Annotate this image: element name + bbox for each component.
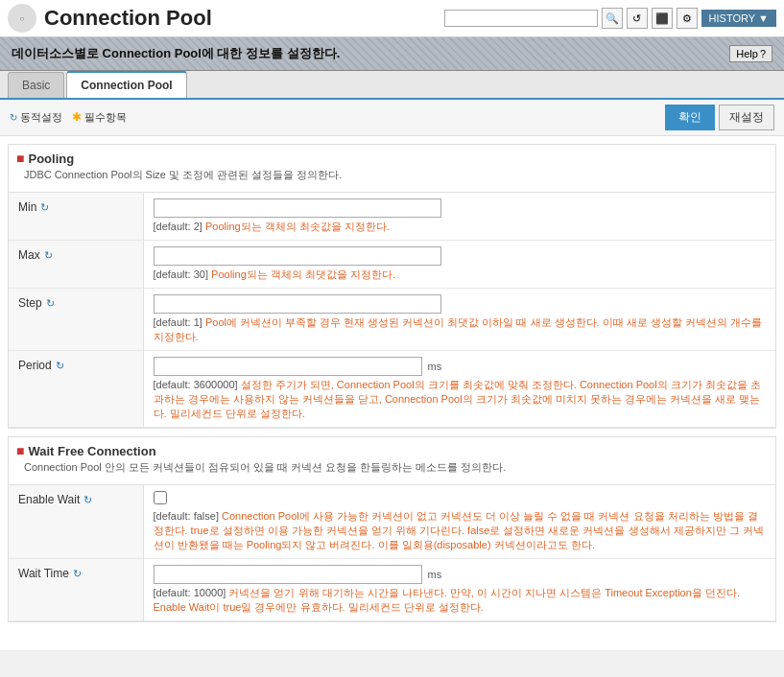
pooling-section-title: ■ Pooling: [16, 151, 768, 166]
wait-section-title: ■ Wait Free Connection: [16, 443, 768, 458]
wait-time-reload-icon[interactable]: ↻: [73, 568, 82, 580]
pooling-section-header: ■ Pooling JDBC Connection Pool의 Size 및 조…: [9, 145, 775, 193]
description-bar: 데이터소스별로 Connection Pool에 대한 정보를 설정한다. He…: [0, 37, 784, 71]
toolbar: ↻ 동적설정 ✱ 필수항목 확인 재설정: [0, 100, 784, 136]
step-label: Step ↻: [18, 296, 133, 310]
table-row: Wait Time ↻ ms [default: 10000] 커넥션을 얻기 …: [9, 559, 775, 621]
tab-connection-pool[interactable]: Connection Pool: [66, 71, 186, 98]
dynamic-setting: ↻ 동적설정: [10, 110, 62, 125]
enable-wait-value-cell: [default: false] Connection Pool에 사용 가능한…: [143, 485, 775, 559]
wait-time-unit: ms: [428, 569, 442, 580]
enable-wait-hint: [default: false] Connection Pool에 사용 가능한…: [154, 509, 767, 552]
table-row: Enable Wait ↻ [default: false] Connectio…: [9, 485, 775, 559]
enable-wait-label-cell: Enable Wait ↻: [9, 485, 143, 559]
top-right-controls: 🔍 ↺ ⬛ ⚙ HISTORY ▼: [444, 8, 776, 29]
top-bar: ○ Connection Pool 🔍 ↺ ⬛ ⚙ HISTORY ▼: [0, 0, 784, 37]
pooling-title-icon: ■: [16, 151, 24, 166]
min-input[interactable]: [154, 198, 441, 218]
wait-time-input[interactable]: [154, 565, 422, 584]
description-text: 데이터소스별로 Connection Pool에 대한 정보를 설정한다.: [12, 45, 340, 62]
step-hint: [default: 1] Pool에 커넥션이 부족할 경우 현재 생성된 커넥…: [154, 315, 767, 344]
max-hint: [default: 30] Pooling되는 객체의 최댓값을 지정한다.: [154, 268, 767, 282]
wait-title-text: Wait Free Connection: [28, 444, 155, 458]
step-value-cell: [default: 1] Pool에 커넥션이 부족할 경우 현재 생성된 커넥…: [143, 289, 775, 351]
period-unit: ms: [428, 361, 442, 372]
required-label: 필수항목: [84, 111, 127, 123]
enable-wait-label: Enable Wait ↻: [18, 493, 133, 506]
tab-connection-pool-label: Connection Pool: [81, 79, 172, 92]
min-hint: [default: 2] Pooling되는 객체의 최솟값을 지정한다.: [154, 220, 767, 234]
search-button[interactable]: 🔍: [602, 8, 623, 29]
max-label-cell: Max ↻: [9, 241, 143, 289]
wait-section-desc: Connection Pool 안의 모든 커넥션들이 점유되어 있을 때 커넥…: [16, 458, 768, 479]
tab-basic-label: Basic: [22, 79, 50, 92]
max-value-cell: [default: 30] Pooling되는 객체의 최댓값을 지정한다.: [143, 241, 775, 289]
wait-section: ■ Wait Free Connection Connection Pool 안…: [8, 436, 776, 622]
pooling-section-desc: JDBC Connection Pool의 Size 및 조정에 관련된 설정들…: [16, 166, 768, 186]
help-icon: ?: [760, 48, 766, 59]
max-input[interactable]: [154, 246, 441, 266]
period-reload-icon[interactable]: ↻: [56, 360, 64, 372]
main-content: ■ Pooling JDBC Connection Pool의 Size 및 조…: [0, 136, 784, 650]
refresh-button[interactable]: ↺: [627, 8, 648, 29]
wait-time-hint: [default: 10000] 커넥션을 얻기 위해 대기하는 시간을 나타낸…: [154, 586, 767, 615]
period-input[interactable]: [154, 357, 422, 376]
help-label: Help: [736, 48, 758, 59]
export-button[interactable]: ⬛: [652, 8, 673, 29]
period-hint: [default: 3600000] 설정한 주기가 되면, Connectio…: [154, 378, 767, 421]
wait-time-value-cell: ms [default: 10000] 커넥션을 얻기 위해 대기하는 시간을 …: [143, 559, 775, 621]
min-value-cell: [default: 2] Pooling되는 객체의 최솟값을 지정한다.: [143, 193, 775, 241]
title-area: ○ Connection Pool: [8, 4, 212, 33]
tabs-area: Basic Connection Pool: [0, 71, 784, 100]
step-label-cell: Step ↻: [9, 289, 143, 351]
history-arrow: ▼: [758, 12, 769, 24]
enable-wait-reload-icon[interactable]: ↻: [83, 494, 92, 506]
wait-time-label: Wait Time ↻: [18, 567, 133, 580]
wait-time-input-row: ms: [154, 565, 767, 584]
max-label: Max ↻: [18, 248, 133, 262]
app-icon: ○: [8, 4, 36, 33]
period-input-row: ms: [154, 357, 767, 376]
period-label: Period ↻: [18, 359, 133, 372]
toolbar-right: 확인 재설정: [665, 105, 774, 130]
page-title: Connection Pool: [44, 6, 212, 31]
wait-title-icon: ■: [16, 443, 24, 458]
table-row: Max ↻ [default: 30] Pooling되는 객체의 최댓값을 지…: [9, 241, 775, 289]
pooling-section: ■ Pooling JDBC Connection Pool의 Size 및 조…: [8, 144, 776, 429]
table-row: Min ↻ [default: 2] Pooling되는 객체의 최솟값을 지정…: [9, 193, 775, 241]
wait-time-label-cell: Wait Time ↻: [9, 559, 143, 621]
settings-button[interactable]: ⚙: [677, 8, 698, 29]
confirm-button[interactable]: 확인: [665, 105, 715, 130]
period-label-cell: Period ↻: [9, 351, 143, 428]
min-label: Min ↻: [18, 200, 133, 214]
table-row: Period ↻ ms [default: 3600000] 설정한 주기가 되…: [9, 351, 775, 428]
table-row: Step ↻ [default: 1] Pool에 커넥션이 부족할 경우 현재…: [9, 289, 775, 351]
help-button[interactable]: Help ?: [729, 45, 772, 62]
wait-form-table: Enable Wait ↻ [default: false] Connectio…: [9, 485, 775, 621]
pooling-title-text: Pooling: [28, 152, 74, 166]
max-reload-icon[interactable]: ↻: [44, 249, 53, 262]
dynamic-label: 동적설정: [20, 111, 62, 123]
pooling-form-table: Min ↻ [default: 2] Pooling되는 객체의 최솟값을 지정…: [9, 193, 775, 428]
dynamic-icon: ↻: [10, 112, 17, 123]
period-value-cell: ms [default: 3600000] 설정한 주기가 되면, Connec…: [143, 351, 775, 428]
min-reload-icon[interactable]: ↻: [40, 201, 49, 214]
required-icon: ✱: [72, 110, 82, 124]
tab-basic[interactable]: Basic: [8, 72, 64, 98]
step-reload-icon[interactable]: ↻: [46, 297, 55, 310]
toolbar-left: ↻ 동적설정 ✱ 필수항목: [10, 110, 127, 125]
history-button[interactable]: HISTORY ▼: [701, 10, 776, 27]
search-input[interactable]: [444, 10, 598, 27]
reset-button[interactable]: 재설정: [719, 105, 774, 130]
step-input[interactable]: [154, 294, 441, 314]
enable-wait-checkbox[interactable]: [154, 491, 167, 504]
history-label: HISTORY: [709, 12, 756, 24]
wait-section-header: ■ Wait Free Connection Connection Pool 안…: [9, 437, 775, 485]
required-item: ✱ 필수항목: [72, 110, 127, 125]
min-label-cell: Min ↻: [9, 193, 143, 241]
